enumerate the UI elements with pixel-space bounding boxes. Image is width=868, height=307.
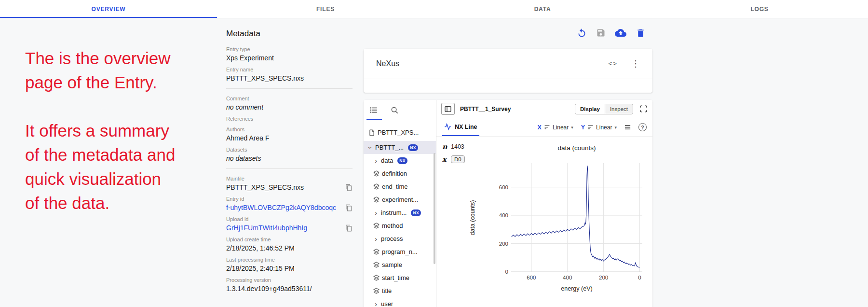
tree-list: PBTTT_XPS...›PBTTT_...NX›dataNXdefinitio… xyxy=(364,120,436,307)
tree-item-end-time[interactable]: end_time xyxy=(364,180,436,193)
fullscreen-button[interactable] xyxy=(639,105,648,113)
field-entry-name: Entry namePBTTT_XPS_SPECS.nxs xyxy=(226,67,353,83)
nx-badge: NX xyxy=(408,144,418,151)
display-button[interactable]: Display xyxy=(575,104,605,114)
n-symbol: n xyxy=(442,142,449,151)
field-label: Authors xyxy=(226,126,353,133)
field-value[interactable]: f-uhytBWLOVBCZPg2kAQY8dbcoqc xyxy=(226,204,341,212)
metadata-divider xyxy=(226,88,353,89)
y-tick: 600 xyxy=(499,184,508,190)
tree-item-label: method xyxy=(382,222,403,229)
field-mainfile: MainfilePBTTT_XPS_SPECS.nxs xyxy=(226,176,353,192)
dim-count-row: n 1403 xyxy=(442,142,465,151)
field-label: Entry name xyxy=(226,67,353,73)
x-tick: 600 xyxy=(527,275,536,280)
tree-item-pbttt[interactable]: ›PBTTT_...NX xyxy=(364,141,436,154)
active-tab-indicator xyxy=(0,17,217,18)
save-button[interactable] xyxy=(596,28,606,38)
tree-item-definition[interactable]: definition xyxy=(364,167,436,180)
tree-item-sample[interactable]: sample xyxy=(364,258,436,271)
tree-item-pbttt-xps[interactable]: PBTTT_XPS... xyxy=(364,126,436,139)
chevron-right-icon: › xyxy=(373,209,379,216)
tree-item-data[interactable]: ›dataNX xyxy=(364,154,436,167)
x-scale-selector[interactable]: X Linear ▾ xyxy=(538,124,573,131)
explorer-list-icon[interactable] xyxy=(369,106,378,114)
field-label: Mainfile xyxy=(226,176,353,182)
tab-logs[interactable]: LOGS xyxy=(651,0,868,18)
field-entry-type: Entry typeXps Experiment xyxy=(226,46,353,62)
tree-item-user[interactable]: ›user xyxy=(364,297,436,307)
tree-item-program-n[interactable]: program_n... xyxy=(364,245,436,258)
y-tick-labels: 0200400600 xyxy=(486,163,508,272)
sidebar-toggle-button[interactable] xyxy=(441,103,455,115)
y-tick: 200 xyxy=(499,241,508,247)
x-axis-letter: X xyxy=(538,124,542,131)
tree-item-label: definition xyxy=(382,170,407,177)
kebab-menu-icon[interactable]: ⋮ xyxy=(631,59,640,68)
delete-button[interactable] xyxy=(636,28,646,38)
plot-toolbar-top: PBTTT__1_Survey Display Inspect xyxy=(436,100,652,118)
tree-toolbar xyxy=(364,100,436,120)
dimension-mapper: n 1403 x D0 xyxy=(442,142,465,167)
tab-data[interactable]: DATA xyxy=(434,0,651,18)
tab-nx-line[interactable]: NX Line xyxy=(442,118,479,136)
tree-item-label: experiment... xyxy=(382,196,418,203)
tree-item-start-time[interactable]: start_time xyxy=(364,271,436,284)
dim-d0-chip[interactable]: D0 xyxy=(451,155,465,163)
tab-files[interactable]: FILES xyxy=(217,0,434,18)
display-inspect-toggle: Display Inspect xyxy=(575,104,633,114)
tree-item-label: title xyxy=(382,287,392,294)
reload-button[interactable] xyxy=(577,28,587,38)
metadata-title: Metadata xyxy=(226,29,353,39)
tree-item-process[interactable]: ›process xyxy=(364,232,436,245)
dataset-icon xyxy=(373,288,380,294)
chevron-right-icon: › xyxy=(373,301,379,307)
copy-button[interactable] xyxy=(341,184,353,191)
chart-title: data (counts) xyxy=(511,144,642,152)
y-tick: 400 xyxy=(499,212,508,218)
field-label: Entry id xyxy=(226,196,353,202)
trash-icon xyxy=(636,28,646,38)
help-button[interactable]: ? xyxy=(638,123,647,131)
file-icon xyxy=(368,129,375,136)
x-symbol: x xyxy=(442,155,449,163)
plot-menu-button[interactable] xyxy=(624,124,631,131)
copy-button[interactable] xyxy=(341,204,353,211)
tree-item-instrum[interactable]: ›instrum...NX xyxy=(364,206,436,219)
reload-icon xyxy=(577,28,587,38)
plot-canvas[interactable] xyxy=(511,163,642,272)
copy-button[interactable] xyxy=(341,224,353,232)
tab-overview[interactable]: OVERVIEW xyxy=(0,0,217,18)
chevron-right-icon: › xyxy=(373,236,379,242)
y-scale-selector[interactable]: Y Linear ▾ xyxy=(581,124,617,131)
tree-item-label: end_time xyxy=(382,183,407,190)
tree-item-experiment[interactable]: experiment... xyxy=(364,193,436,206)
y-axis-label: data (counts) xyxy=(469,200,476,235)
entry-actions xyxy=(577,27,646,39)
tree-item-label: PBTTT_XPS... xyxy=(378,129,419,136)
search-icon[interactable] xyxy=(391,106,399,114)
tree-item-method[interactable]: method xyxy=(364,219,436,232)
field-value[interactable]: GrHj1FUmTWitI4ubphHhIg xyxy=(226,224,341,232)
cloud-upload-button[interactable] xyxy=(615,27,626,39)
tree-item-label: PBTTT_... xyxy=(375,144,404,151)
field-upload-create-time: Upload create time2/18/2025, 1:46:52 PM xyxy=(226,237,353,252)
tree-item-label: program_n... xyxy=(382,248,418,255)
field-label: Comment xyxy=(226,96,353,102)
nx-badge: NX xyxy=(397,157,407,164)
plot-pane: PBTTT__1_Survey Display Inspect NX Line … xyxy=(436,100,652,307)
tree-item-title[interactable]: title xyxy=(364,284,436,297)
cloud-upload-icon xyxy=(615,27,626,39)
tree-scrollbar[interactable] xyxy=(434,153,435,264)
code-icon[interactable]: <> xyxy=(608,60,618,68)
metadata-panel: Metadata Entry typeXps ExperimentEntry n… xyxy=(226,29,353,297)
metadata-groups: Entry typeXps ExperimentEntry namePBTTT_… xyxy=(226,46,353,293)
y-tick: 0 xyxy=(505,269,508,275)
chevron-down-icon: › xyxy=(367,145,374,150)
dataset-icon xyxy=(373,275,380,281)
dataset-icon xyxy=(373,249,380,255)
y-axis-letter: Y xyxy=(581,124,585,131)
inspect-button[interactable]: Inspect xyxy=(605,104,633,114)
annotation-text: The is the overview page of the Entry. I… xyxy=(25,46,218,215)
field-comment: Commentno comment xyxy=(226,96,353,112)
